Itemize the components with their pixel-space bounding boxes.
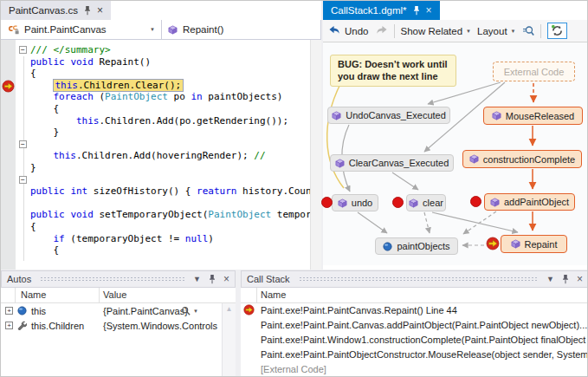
code-line[interactable]: −/// </summary> — [1, 44, 310, 56]
toolbar-separator — [394, 24, 395, 38]
method-icon — [490, 198, 500, 207]
autos-row[interactable]: +this{Paint.PaintCanvas}▼ — [1, 303, 236, 318]
graph-node-addPaintObject[interactable]: addPaintObject — [484, 193, 575, 211]
editor-navigation-bar: Paint.PaintCanvas ▼ Repaint() — [1, 20, 321, 40]
graph-canvas[interactable]: BUG: Doesn’t work until you draw the nex… — [323, 42, 588, 265]
code-line[interactable]: { — [1, 244, 310, 257]
callstack-frame[interactable]: Paint.exe!Paint.PaintCanvas.Repaint() Li… — [241, 303, 588, 318]
pin-icon[interactable] — [83, 5, 92, 16]
class-dropdown[interactable]: Paint.PaintCanvas ▼ — [1, 20, 162, 39]
code-line[interactable]: { — [1, 68, 310, 80]
tab-paintcanvas[interactable]: PaintCanvas.cs × — [1, 1, 111, 20]
drag-grip[interactable] — [40, 276, 184, 282]
code-line[interactable]: this.Children.Add(hoveringRender); // — [1, 150, 310, 162]
breakpoint-icon[interactable] — [321, 197, 333, 208]
breakpoint-current-statement-icon[interactable] — [2, 80, 15, 93]
close-icon[interactable]: × — [223, 273, 229, 285]
method-icon — [332, 111, 341, 120]
graph-node-ExternalCode[interactable]: External Code — [493, 62, 575, 81]
current-statement-highlight: this.Children.Clear(); — [54, 80, 184, 91]
pin-icon[interactable] — [208, 274, 216, 284]
code-line[interactable]: this.Children.Add(po.getRendering()); — [1, 115, 310, 127]
code-line[interactable]: public void setTemporaryObject(PaintObje… — [1, 209, 310, 221]
code-line[interactable]: { — [1, 103, 310, 115]
member-dropdown[interactable]: Repaint() — [162, 20, 321, 39]
sync-icon — [551, 24, 564, 37]
tab-callstack-dgml[interactable]: CallStack1.dgml* × — [323, 1, 440, 20]
code-line[interactable]: if (temporaryObject != null) — [1, 233, 310, 245]
code-map-pane: CallStack1.dgml* × Undo Show Related ▼ L… — [323, 1, 588, 270]
callstack-frame[interactable]: Paint.exe!Paint.Window1.constructionComp… — [241, 333, 588, 348]
fold-toggle-icon[interactable]: − — [19, 46, 27, 54]
graph-node-ClearCanvas_Executed[interactable]: ClearCanvas_Executed — [330, 154, 454, 172]
edge-clear-to-Repaint — [432, 212, 518, 232]
method-icon — [335, 159, 345, 168]
window-position-icon[interactable]: ▼ — [546, 275, 554, 283]
callstack-frame[interactable]: [External Code] — [241, 362, 588, 377]
expand-icon[interactable]: + — [5, 322, 13, 329]
magnifier-icon — [522, 25, 534, 36]
scroll-up-icon[interactable]: ▲ — [223, 303, 236, 313]
column-name[interactable]: Name — [21, 289, 46, 300]
method-icon — [338, 198, 347, 208]
chevron-down-icon: ▼ — [150, 27, 155, 32]
node-label: addPaintObject — [504, 197, 569, 207]
undo-button[interactable]: Undo — [328, 25, 369, 36]
node-label: UndoCanvas_Executed — [346, 110, 446, 120]
code-line[interactable]: this.Children.Clear(); — [1, 80, 310, 92]
edge-clear-to-paintObjects — [424, 212, 430, 233]
callstack-frame[interactable]: Paint.exe!Paint.PaintObjectConstructor.M… — [241, 348, 588, 362]
code-editor[interactable]: −/// </summary>public void Repaint(){ th… — [1, 40, 321, 270]
breakpoint-icon[interactable] — [470, 196, 481, 207]
callstack-frame[interactable]: Paint.exe!Paint.Paint.Canvas.addPaintObj… — [241, 318, 588, 333]
code-line[interactable]: { — [1, 221, 310, 233]
code-line[interactable]: } — [1, 127, 310, 139]
graph-node-MouseReleased[interactable]: MouseReleased — [483, 107, 583, 125]
code-line[interactable]: − — [1, 174, 310, 186]
breakpoint-icon[interactable] — [392, 197, 404, 208]
close-icon[interactable]: × — [97, 6, 103, 15]
code-line[interactable]: − — [1, 139, 310, 151]
code-line[interactable]: public void Repaint() — [1, 56, 310, 68]
expand-icon[interactable]: + — [5, 307, 13, 315]
show-related-button[interactable]: Show Related ▼ — [401, 26, 472, 36]
editor-tabstrip: PaintCanvas.cs × — [1, 1, 321, 20]
graph-node-Repaint[interactable]: Repaint — [501, 235, 567, 253]
redo-button[interactable] — [375, 25, 388, 36]
graph-node-constructionComplete[interactable]: constructionComplete — [462, 150, 582, 168]
code-line[interactable]: } — [1, 162, 310, 174]
editor-scrollbar[interactable] — [310, 40, 321, 270]
magnifier-icon[interactable] — [181, 306, 191, 315]
graph-node-clear[interactable]: clear — [406, 194, 446, 211]
node-label: Repaint — [525, 239, 558, 250]
autos-row[interactable]: +this.Children{System.Windows.Controls — [1, 318, 236, 333]
bug-annotation-note[interactable]: BUG: Doesn’t work until you draw the nex… — [330, 55, 456, 87]
column-name[interactable]: Name — [261, 289, 286, 300]
fold-toggle-icon[interactable]: − — [19, 140, 27, 148]
node-label: constructionComplete — [483, 154, 575, 165]
autos-titlebar: Autos ▼ × — [1, 270, 236, 288]
chevron-down-icon[interactable]: ▼ — [193, 309, 198, 314]
code-line[interactable]: foreach (PaintObject po in paintObjects) — [1, 91, 310, 103]
graph-node-undo[interactable]: undo — [332, 194, 378, 211]
autos-scrollbar[interactable]: ▲ — [222, 303, 236, 377]
code-line[interactable] — [1, 198, 310, 210]
current-statement-icon[interactable] — [486, 237, 500, 250]
toolbar-separator — [540, 24, 541, 38]
sync-toggle-button[interactable] — [547, 23, 567, 39]
callstack-titlebar: Call Stack ▼ × — [241, 270, 588, 288]
drag-grip[interactable] — [299, 276, 539, 282]
close-icon[interactable]: × — [577, 273, 583, 285]
close-icon[interactable]: × — [426, 6, 432, 15]
layout-button[interactable]: Layout ▼ — [477, 26, 515, 36]
member-name: Repaint() — [183, 24, 223, 35]
graph-node-paintObjects[interactable]: paintObjects — [375, 237, 458, 255]
pin-icon[interactable] — [561, 274, 570, 284]
code-line[interactable]: public int sizeOfHistory() { reaturn his… — [1, 185, 310, 198]
find-zoom-button[interactable] — [522, 25, 534, 36]
fold-toggle-icon[interactable]: − — [19, 176, 27, 184]
graph-node-UndoCanvas_Executed[interactable]: UndoCanvas_Executed — [327, 107, 450, 124]
pin-icon[interactable] — [412, 5, 421, 16]
window-position-icon[interactable]: ▼ — [193, 275, 201, 283]
column-value[interactable]: Value — [103, 289, 126, 300]
